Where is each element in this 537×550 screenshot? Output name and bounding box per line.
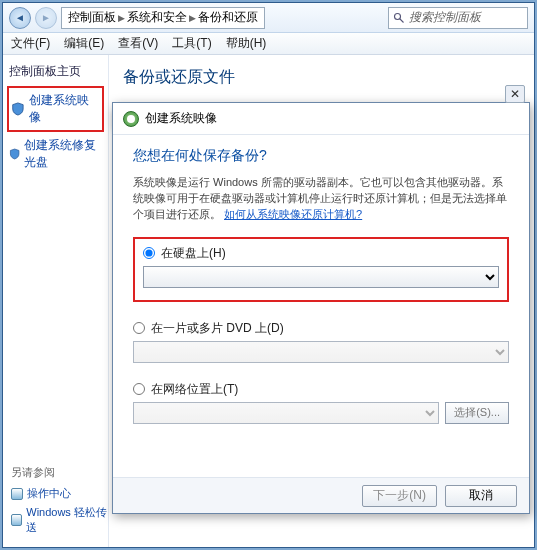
next-button[interactable]: 下一步(N) [362, 485, 437, 507]
breadcrumb-segment[interactable]: 备份和还原 [198, 9, 258, 26]
option-dvd: 在一片或多片 DVD 上(D) [133, 320, 509, 363]
create-system-image-dialog: ✕ 创建系统映像 您想在何处保存备份? 系统映像是运行 Windows 所需的驱… [112, 102, 530, 514]
radio-label: 在硬盘上(H) [161, 245, 226, 262]
dialog-titlebar: 创建系统映像 [113, 103, 529, 135]
shield-icon [11, 102, 25, 116]
breadcrumb-segment[interactable]: 控制面板 [68, 9, 116, 26]
search-icon [393, 12, 405, 24]
highlight-box: 创建系统映像 [7, 86, 104, 132]
address-bar: ◄ ► 控制面板 ▶ 系统和安全 ▶ 备份和还原 搜索控制面板 [3, 3, 534, 33]
see-also-link-action-center[interactable]: 操作中心 [11, 484, 111, 503]
transfer-icon [11, 514, 22, 526]
menubar: 文件(F) 编辑(E) 查看(V) 工具(T) 帮助(H) [3, 33, 534, 55]
link-label: Windows 轻松传送 [26, 505, 111, 535]
link-label: 操作中心 [27, 486, 71, 501]
sidebar-item-label: 创建系统修复光盘 [24, 137, 102, 171]
menu-edit[interactable]: 编辑(E) [64, 35, 104, 52]
radio-input[interactable] [133, 322, 145, 334]
backup-icon [123, 111, 139, 127]
breadcrumb[interactable]: 控制面板 ▶ 系统和安全 ▶ 备份和还原 [61, 7, 265, 29]
svg-point-0 [395, 13, 401, 19]
sidebar-header: 控制面板主页 [7, 61, 104, 86]
nav-forward-button[interactable]: ► [35, 7, 57, 29]
dialog-footer: 下一步(N) 取消 [113, 477, 529, 513]
highlight-box: 在硬盘上(H) [133, 237, 509, 302]
see-also: 另请参阅 操作中心 Windows 轻松传送 [11, 465, 111, 537]
breadcrumb-segment[interactable]: 系统和安全 [127, 9, 187, 26]
dvd-combo[interactable] [133, 341, 509, 363]
radio-dvd[interactable]: 在一片或多片 DVD 上(D) [133, 320, 509, 337]
flag-icon [11, 488, 23, 500]
dialog-body: 您想在何处保存备份? 系统映像是运行 Windows 所需的驱动器副本。它也可以… [113, 135, 529, 477]
dialog-question: 您想在何处保存备份? [133, 147, 509, 165]
sidebar-item-label: 创建系统映像 [29, 92, 100, 126]
chevron-right-icon: ▶ [118, 13, 125, 23]
browse-button[interactable]: 选择(S)... [445, 402, 509, 424]
radio-label: 在网络位置上(T) [151, 381, 238, 398]
dialog-description: 系统映像是运行 Windows 所需的驱动器副本。它也可以包含其他驱动器。系统映… [133, 175, 509, 223]
option-group: 在硬盘上(H) 在一片或多片 DVD 上(D) 在网络位置上(T) [133, 237, 509, 424]
see-also-header: 另请参阅 [11, 465, 111, 480]
radio-network[interactable]: 在网络位置上(T) [133, 381, 509, 398]
nav-back-button[interactable]: ◄ [9, 7, 31, 29]
menu-tools[interactable]: 工具(T) [172, 35, 211, 52]
close-button[interactable]: ✕ [505, 85, 525, 103]
radio-hard-disk[interactable]: 在硬盘上(H) [143, 245, 499, 262]
search-input[interactable]: 搜索控制面板 [388, 7, 528, 29]
menu-view[interactable]: 查看(V) [118, 35, 158, 52]
see-also-link-easy-transfer[interactable]: Windows 轻松传送 [11, 503, 111, 537]
radio-input[interactable] [143, 247, 155, 259]
svg-line-1 [400, 18, 404, 22]
radio-label: 在一片或多片 DVD 上(D) [151, 320, 284, 337]
search-placeholder: 搜索控制面板 [409, 9, 481, 26]
menu-file[interactable]: 文件(F) [11, 35, 50, 52]
sidebar-item-create-repair-disc[interactable]: 创建系统修复光盘 [7, 134, 104, 174]
page-title: 备份或还原文件 [123, 65, 520, 96]
description-help-link[interactable]: 如何从系统映像还原计算机? [224, 208, 362, 220]
hard-disk-combo[interactable] [143, 266, 499, 288]
network-path-combo[interactable] [133, 402, 439, 424]
sidebar-item-create-image[interactable]: 创建系统映像 [9, 89, 102, 129]
menu-help[interactable]: 帮助(H) [226, 35, 267, 52]
option-network: 在网络位置上(T) 选择(S)... [133, 381, 509, 424]
option-hard-disk: 在硬盘上(H) [143, 245, 499, 288]
radio-input[interactable] [133, 383, 145, 395]
cancel-button[interactable]: 取消 [445, 485, 517, 507]
chevron-right-icon: ▶ [189, 13, 196, 23]
shield-icon [9, 147, 20, 161]
dialog-title: 创建系统映像 [145, 110, 217, 127]
